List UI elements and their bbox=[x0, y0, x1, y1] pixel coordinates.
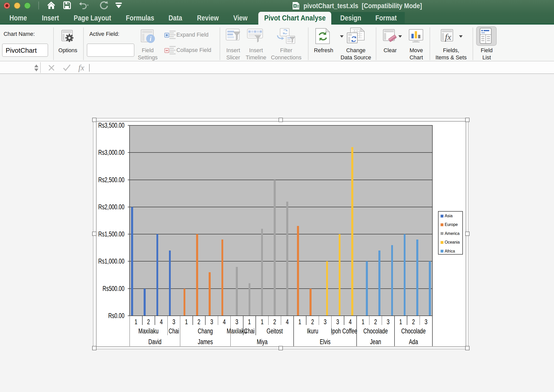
svg-text:fx: fx bbox=[445, 32, 451, 42]
svg-text:i: i bbox=[150, 35, 152, 42]
